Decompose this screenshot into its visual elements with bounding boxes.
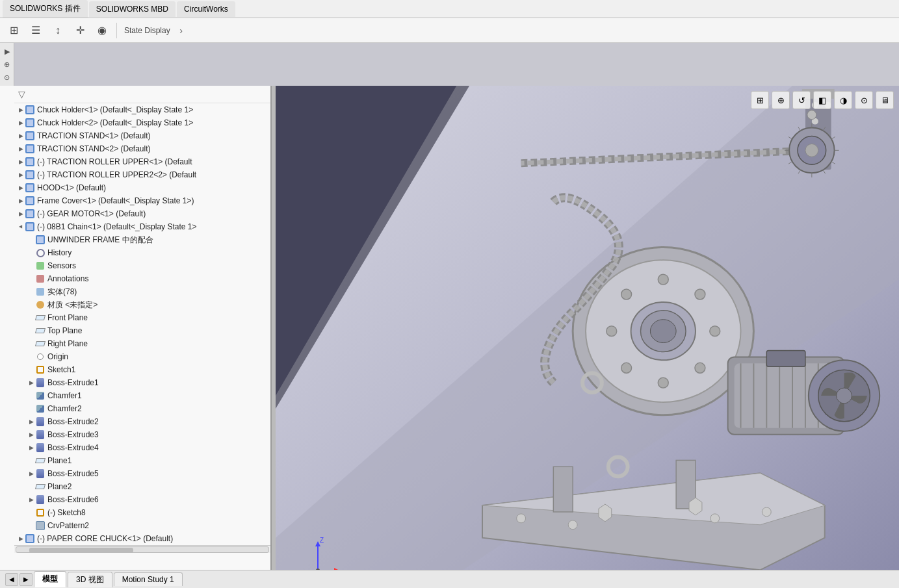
expand-arrow[interactable]: ▶ [17,535,25,543]
menu-bar: SOLIDWORKS 插件 SOLIDWORKS MBD CircuitWork… [0,0,899,18]
tree-icon-assembly [25,170,35,180]
expand-arrow[interactable]: ▶ [27,431,35,439]
tree-item-traction-roller-upper-2[interactable]: ▶(-) TRACTION ROLLER UPPER2<2> (Default [14,168,270,181]
svg-point-18 [621,289,632,300]
tree-item-paper-core-chuck-1[interactable]: ▶(-) PAPER CORE CHUCK<1> (Default) [14,532,270,545]
tree-item-boss-extrude3[interactable]: ▶Boss-Extrude3 [14,428,270,441]
sidebar-icon-2[interactable]: ⊕ [1,58,13,70]
toolbar-expand-arrow[interactable]: › [176,21,187,40]
viewport-tool-6[interactable]: ⊙ [855,91,873,109]
expand-arrow[interactable]: ▼ [17,223,25,231]
main-container: ▽ ▶Chuck Holder<1> (Default<_Display Sta… [0,86,899,588]
tree-label: Annotations [47,274,88,283]
sidebar-icon-3[interactable]: ⊙ [1,71,13,83]
svg-point-54 [762,507,771,517]
sidebar-icon-1[interactable]: ▶ [1,45,13,57]
tab-3d-view[interactable]: 3D 视图 [68,572,112,587]
expand-arrow[interactable]: ▶ [27,418,35,426]
tree-item-annotations[interactable]: Annotations [14,272,270,285]
tree-item-history[interactable]: History [14,246,270,259]
tree-label: Boss-Extrude5 [47,469,99,478]
tree-item-solid-78[interactable]: 实体(78) [14,285,270,298]
list-view-button[interactable]: ☰ [26,21,46,40]
tree-item-crv-pattern2[interactable]: CrvPattern2 [14,519,270,532]
expand-arrow[interactable]: ▶ [27,379,35,387]
viewport-tool-7[interactable]: 🖥 [876,91,894,109]
tree-item-boss-extrude4[interactable]: ▶Boss-Extrude4 [14,441,270,454]
tree-item-traction-roller-upper-1[interactable]: ▶(-) TRACTION ROLLER UPPER<1> (Default [14,155,270,168]
tree-item-front-plane[interactable]: Front Plane [14,311,270,324]
sort-button[interactable]: ↕ [48,21,68,40]
tree-item-material[interactable]: 材质 <未指定> [14,298,270,311]
tree-label: (-) TRACTION ROLLER UPPER2<2> (Default [37,170,196,179]
tree-item-chain-1[interactable]: ▼(-) 08B1 Chain<1> (Default<_Display Sta… [14,220,270,233]
tree-item-plane2[interactable]: Plane2 [14,480,270,493]
feature-tree[interactable]: ▽ ▶Chuck Holder<1> (Default<_Display Sta… [0,86,272,588]
expand-arrow[interactable]: ▶ [17,145,25,153]
tree-item-chuck-holder-2[interactable]: ▶Chuck Holder<2> (Default<_Display State… [14,116,270,129]
tree-item-boss-extrude6[interactable]: ▶Boss-Extrude6 [14,493,270,506]
expand-arrow[interactable]: ▶ [27,470,35,478]
menu-tab-circuitworks[interactable]: CircuitWorks [177,1,235,17]
tree-item-chamfer2[interactable]: Chamfer2 [14,402,270,415]
tree-item-sensors[interactable]: Sensors [14,259,270,272]
viewport-tool-2[interactable]: ⊕ [772,91,790,109]
expand-arrow[interactable]: ▶ [17,210,25,218]
tree-item-unwinder-frame[interactable]: UNWINDER FRAME 中的配合 [14,233,270,246]
expand-arrow[interactable]: ▶ [17,106,25,114]
tree-label: Boss-Extrude1 [47,378,99,387]
viewport-tool-3[interactable]: ↺ [792,91,811,109]
bottom-tabs: ◀ ▶ 模型 3D 视图 Motion Study 1 [0,570,899,588]
grid-view-button[interactable]: ⊞ [4,21,23,40]
viewport-tool-1[interactable]: ⊞ [751,91,769,109]
tree-item-chuck-holder-1[interactable]: ▶Chuck Holder<1> (Default<_Display State… [14,103,270,116]
tree-item-chamfer1[interactable]: Chamfer1 [14,389,270,402]
tree-item-sketch8-minus[interactable]: (-) Sketch8 [14,506,270,519]
tree-item-right-plane[interactable]: Right Plane [14,337,270,350]
tree-item-frame-cover-1[interactable]: ▶Frame Cover<1> (Default<_Display State … [14,194,270,207]
expand-arrow[interactable]: ▶ [17,132,25,140]
add-button[interactable]: ✛ [70,21,90,40]
tree-item-origin[interactable]: Origin [14,350,270,363]
tree-item-sketch1[interactable]: Sketch1 [14,363,270,376]
tree-scrollbar[interactable] [14,545,270,553]
viewport[interactable]: Z X Y ⊞ ⊕ ↺ ◧ ◑ ⊙ 🖥 [276,86,899,588]
scrollbar-thumb-h[interactable] [29,548,133,553]
tree-icon-material [35,300,46,310]
viewport-tool-5[interactable]: ◑ [834,91,852,109]
tree-icon-feature [35,416,46,427]
expand-arrow[interactable]: ▶ [17,197,25,205]
expand-arrow[interactable]: ▶ [17,158,25,166]
tree-label: Chuck Holder<1> (Default<_Display State … [37,105,193,114]
expand-arrow[interactable]: ▶ [17,184,25,192]
expand-arrow[interactable]: ▶ [17,119,25,127]
tree-item-plane1[interactable]: Plane1 [14,454,270,467]
svg-point-14 [658,274,668,285]
tree-item-gear-motor-1[interactable]: ▶(-) GEAR MOTOR<1> (Default) [14,207,270,220]
expand-arrow[interactable]: ▶ [27,444,35,452]
svg-rect-32 [766,350,805,366]
tree-icon-assembly [25,209,35,219]
tree-item-top-plane[interactable]: Top Plane [14,324,270,337]
tree-item-traction-stand-2[interactable]: ▶TRACTION STAND<2> (Default) [14,142,270,155]
tree-label: Sensors [47,261,76,270]
tree-item-boss-extrude2[interactable]: ▶Boss-Extrude2 [14,415,270,428]
tree-item-traction-stand-1[interactable]: ▶TRACTION STAND<1> (Default) [14,129,270,142]
nav-next-button[interactable]: ▶ [20,573,33,586]
display-state-button[interactable]: ◉ [92,21,112,40]
nav-prev-button[interactable]: ◀ [5,573,18,586]
tree-item-boss-extrude5[interactable]: ▶Boss-Extrude5 [14,467,270,480]
expand-arrow[interactable]: ▶ [17,171,25,179]
tab-model[interactable]: 模型 [34,571,66,587]
tree-label: Plane1 [47,456,72,465]
tree-item-boss-extrude1[interactable]: ▶Boss-Extrude1 [14,376,270,389]
tab-motion-study[interactable]: Motion Study 1 [114,572,183,586]
tree-icon-feature [35,468,46,479]
menu-tab-solidworks-plugins[interactable]: SOLIDWORKS 插件 [3,0,88,18]
tree-icon-history [35,248,46,258]
tree-item-hood-1[interactable]: ▶HOOD<1> (Default) [14,181,270,194]
tree-icon-chamfer [35,390,46,401]
expand-arrow[interactable]: ▶ [27,496,35,504]
viewport-tool-4[interactable]: ◧ [813,91,831,109]
menu-tab-solidworks-mbd[interactable]: SOLIDWORKS MBD [89,1,176,17]
